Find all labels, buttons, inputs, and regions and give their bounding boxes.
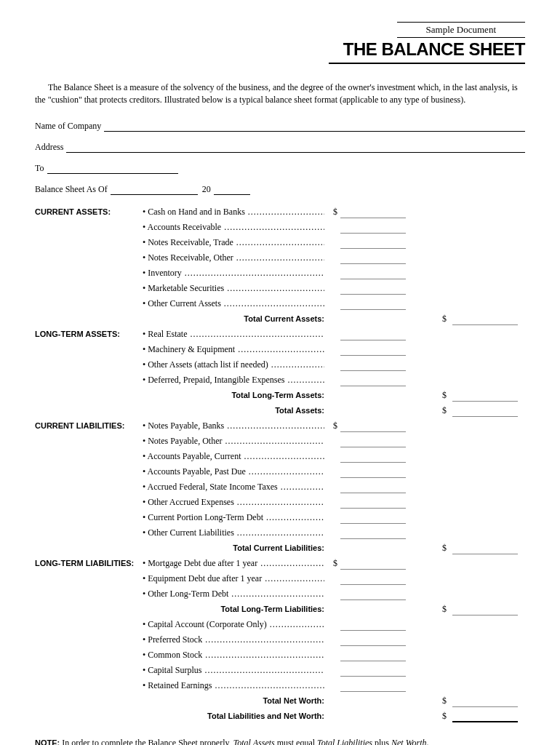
amount-input-line[interactable] — [340, 683, 406, 692]
century-label: 20 — [202, 184, 211, 195]
line-row: • Common Stock — [35, 648, 525, 661]
note-label: NOTE: — [35, 738, 60, 745]
total-input-line[interactable] — [452, 607, 518, 615]
as-of-label: Balance Sheet As Of — [35, 184, 108, 195]
line-row: • Capital Surplus — [35, 664, 525, 677]
amount-input-line[interactable] — [340, 668, 406, 677]
dollar-sign: $ — [324, 557, 340, 570]
dollar-sign: $ — [442, 602, 452, 615]
line-row: • Equipment Debt due after 1 year — [35, 572, 525, 585]
amount-input-line[interactable] — [340, 485, 406, 493]
item-label: • Accounts Payable, Current — [143, 450, 324, 463]
item-label: • Accounts Payable, Past Due — [143, 465, 324, 478]
amount-input-line[interactable] — [340, 210, 406, 218]
amount-input-line[interactable] — [340, 240, 406, 249]
amount-input-line[interactable] — [340, 378, 406, 386]
item-label: • Notes Receivable, Trade — [143, 236, 324, 249]
amount-input-line[interactable] — [340, 576, 406, 585]
page-title: THE BALANCE SHEET — [329, 39, 525, 64]
amount-input-line[interactable] — [340, 622, 406, 631]
to-field-row: To — [35, 163, 525, 174]
year-input-line[interactable] — [214, 186, 250, 195]
line-row: • Retained Earnings — [35, 679, 525, 692]
amount-input-line[interactable] — [340, 653, 406, 661]
total-row: Total Liabilities and Net Worth: $ — [35, 709, 525, 722]
total-input-line[interactable] — [452, 393, 518, 402]
item-label: • Marketable Securities — [143, 282, 324, 295]
line-row: • Accounts Receivable — [35, 220, 525, 234]
total-current-assets-label: Total Current Assets: — [35, 313, 327, 325]
long-term-assets-heading: LONG-TERM ASSETS: — [35, 328, 143, 340]
to-label: To — [35, 163, 44, 174]
total-current-liabilities-label: Total Current Liabilities: — [35, 542, 327, 554]
item-label: • Common Stock — [143, 648, 324, 661]
item-label: • Other Long-Term Debt — [143, 587, 324, 600]
item-label: • Preferred Stock — [143, 633, 324, 646]
item-label: • Other Current Liabilities — [143, 526, 324, 539]
item-label: • Other Assets (attach list if needed) — [143, 358, 324, 371]
line-row: • Notes Payable, Other — [35, 434, 525, 447]
amount-input-line[interactable] — [340, 469, 406, 478]
balance-sheet-document: Sample Document THE BALANCE SHEET The Ba… — [0, 0, 560, 745]
dollar-sign: $ — [442, 541, 452, 554]
line-row: • Accounts Payable, Past Due — [35, 465, 525, 478]
amount-input-line[interactable] — [340, 515, 406, 524]
total-input-line[interactable] — [452, 546, 518, 554]
item-label: • Other Accrued Expenses — [143, 495, 324, 509]
company-field-row: Name of Company — [35, 121, 525, 132]
to-input-line[interactable] — [47, 164, 178, 174]
line-row: LONG-TERM LIABILITIES: • Mortgage Debt d… — [35, 557, 525, 570]
line-row: • Capital Account (Corporate Only) — [35, 618, 525, 631]
company-input-line[interactable] — [104, 122, 525, 132]
amount-input-line[interactable] — [340, 301, 406, 310]
total-input-line[interactable] — [452, 408, 518, 417]
line-row: • Other Current Liabilities — [35, 526, 525, 539]
total-row: Total Net Worth: $ — [35, 694, 525, 707]
as-of-input-line[interactable] — [111, 186, 198, 195]
amount-input-line[interactable] — [340, 362, 406, 371]
current-liabilities-heading: CURRENT LIABILITIES: — [35, 420, 143, 432]
total-liabilities-net-worth-label: Total Liabilities and Net Worth: — [35, 710, 327, 722]
total-long-term-assets-label: Total Long-Term Assets: — [35, 389, 327, 402]
as-of-field-row: Balance Sheet As Of 20 — [35, 184, 525, 195]
address-input-line[interactable] — [66, 143, 525, 153]
dollar-sign: $ — [324, 419, 340, 432]
line-row: • Preferred Stock — [35, 633, 525, 646]
line-row: • Marketable Securities — [35, 282, 525, 295]
line-row: • Machinery & Equipment — [35, 343, 525, 356]
item-label: • Capital Account (Corporate Only) — [143, 618, 324, 631]
sample-document-label: Sample Document — [397, 22, 525, 38]
amount-input-line[interactable] — [340, 530, 406, 539]
amount-input-line[interactable] — [340, 225, 406, 234]
line-row: • Accounts Payable, Current — [35, 450, 525, 463]
amount-input-line[interactable] — [340, 591, 406, 600]
amount-input-line[interactable] — [340, 255, 406, 264]
item-label: • Equipment Debt due after 1 year — [143, 572, 324, 585]
line-items-area: CURRENT ASSETS: • Cash on Hand and in Ba… — [35, 205, 525, 722]
total-input-line[interactable] — [452, 316, 518, 325]
amount-input-line[interactable] — [340, 286, 406, 295]
amount-input-line[interactable] — [340, 347, 406, 356]
total-row: Total Long-Term Liabilities: $ — [35, 602, 525, 615]
item-label: • Current Portion Long-Term Debt — [143, 511, 324, 524]
company-label: Name of Company — [35, 121, 101, 132]
amount-input-line[interactable] — [340, 561, 406, 570]
total-input-line[interactable] — [452, 713, 518, 722]
total-input-line[interactable] — [452, 698, 518, 707]
item-label: • Deferred, Prepaid, Intangible Expenses — [143, 373, 324, 386]
amount-input-line[interactable] — [340, 423, 406, 432]
line-row: • Inventory — [35, 266, 525, 279]
line-row: • Current Portion Long-Term Debt — [35, 511, 525, 524]
dollar-sign: $ — [442, 312, 452, 325]
line-row: CURRENT ASSETS: • Cash on Hand and in Ba… — [35, 205, 525, 218]
line-row: • Other Long-Term Debt — [35, 587, 525, 600]
amount-input-line[interactable] — [340, 454, 406, 463]
item-label: • Notes Payable, Banks — [143, 419, 324, 432]
amount-input-line[interactable] — [340, 637, 406, 646]
amount-input-line[interactable] — [340, 439, 406, 447]
amount-input-line[interactable] — [340, 271, 406, 279]
amount-input-line[interactable] — [340, 500, 406, 509]
line-row: • Other Accrued Expenses — [35, 495, 525, 509]
item-label: • Accounts Receivable — [143, 220, 324, 234]
amount-input-line[interactable] — [340, 332, 406, 340]
